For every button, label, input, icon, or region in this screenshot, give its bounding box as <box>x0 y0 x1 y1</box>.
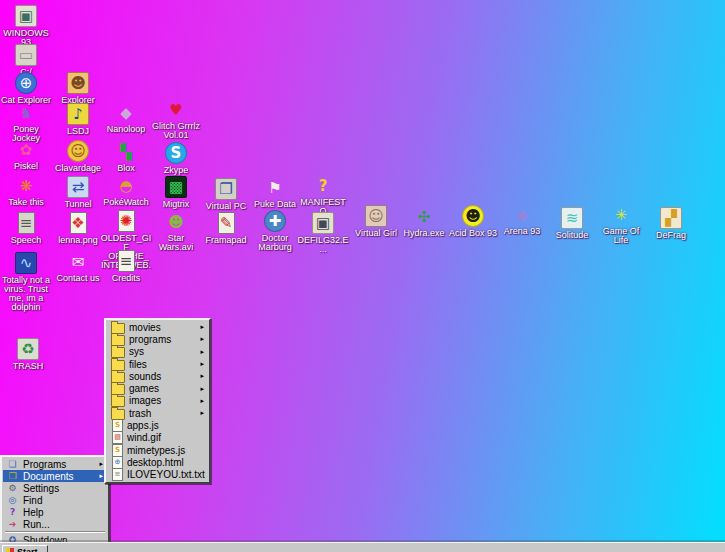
desktop-icon-label: Credits <box>112 274 141 283</box>
desktop-icon-hydra-exe[interactable]: ✣Hydra.exe <box>398 207 450 238</box>
documents-submenu-item-sounds[interactable]: sounds▸ <box>107 370 208 382</box>
desktop-icon-game-of-life[interactable]: ✳Game Of Life <box>595 205 647 245</box>
submenu-arrow-icon: ▸ <box>200 409 205 417</box>
desktop-icon-acid-box-93[interactable]: ☻Acid Box 93 <box>447 205 499 238</box>
desktop-icon-credits[interactable]: ≡Credits <box>100 250 152 283</box>
desktop-icon-virtual-pc[interactable]: ❐Virtual PC <box>200 178 252 211</box>
cube-icon: ◆ <box>512 205 532 225</box>
desktop-icon-windows-93[interactable]: ▣WINDOWS 93 <box>0 5 52 47</box>
desktop-icon-poney-jockey[interactable]: ♞Poney Jockey <box>0 103 52 143</box>
submenu-arrow-icon: ▸ <box>200 348 205 356</box>
desktop-icon-trash[interactable]: ♻TRASH <box>2 338 54 371</box>
documents-submenu: movies▸programs▸sys▸files▸sounds▸games▸i… <box>104 318 211 484</box>
start-button[interactable]: Start <box>2 545 48 552</box>
folder-icon <box>111 409 125 420</box>
credits-icon: ≡ <box>118 250 135 272</box>
documents-submenu-item-trash[interactable]: trash▸ <box>107 407 208 419</box>
menu-item-label: games <box>129 383 196 394</box>
programs-icon: ❏ <box>6 459 19 470</box>
desktop-icon-label: Contact us <box>56 274 99 283</box>
desktop-icon-tunnel[interactable]: ⇄Tunnel <box>52 176 104 209</box>
desktop-icon-cat-explorer[interactable]: ⊕Cat Explorer <box>0 72 52 105</box>
menu-item-label: Help <box>23 507 104 518</box>
documents-submenu-item-iloveyou-txt-txt[interactable]: ≡ILOVEYOU.txt.txt <box>107 469 208 481</box>
desktop-icon-label: Speech <box>11 236 42 245</box>
jar-icon: ≋ <box>561 207 583 229</box>
desktop-icon-zkype[interactable]: SZkype <box>150 142 202 175</box>
desktop-icon-label: Acid Box 93 <box>449 229 497 238</box>
menu-item-label: Find <box>23 495 104 506</box>
dragon-icon: ✣ <box>414 207 434 227</box>
desktop-icon-contact-us[interactable]: ✉Contact us <box>52 252 104 283</box>
start-menu-item-help[interactable]: ?Help <box>3 506 107 518</box>
defrag-icon: ▞ <box>660 207 682 229</box>
desktop-icon-label: Take this <box>8 198 44 207</box>
desktop-icon-defilg32-e[interactable]: ▣DEFILG32.E... <box>297 212 349 254</box>
start-menu-item-find[interactable]: ◎Find <box>3 494 107 506</box>
desktop-icon-nanoloop[interactable]: ◆Nanoloop <box>100 103 152 134</box>
submenu-arrow-icon: ▸ <box>200 335 205 343</box>
desktop-icon-glitch-grrrlz-vol-01[interactable]: ♥Glitch Grrrlz Vol.01 <box>150 100 202 140</box>
desktop-icon-pok-watch[interactable]: ◓PokéWatch <box>100 176 152 207</box>
menu-item-label: sys <box>129 346 196 357</box>
desktop-icon-arena-93[interactable]: ◆Arena 93 <box>496 205 548 236</box>
desktop-icon-piskel[interactable]: ✿Piskel <box>0 140 52 171</box>
desktop-icon-lenna-png[interactable]: ❖lenna.png <box>52 212 104 245</box>
speech-icon: ≡ <box>18 212 35 234</box>
documents-submenu-item-movies[interactable]: movies▸ <box>107 321 208 333</box>
start-menu-item-documents[interactable]: ❒Documents▸ <box>3 470 107 482</box>
desktop-icon-defrag[interactable]: ▞DeFrag <box>645 207 697 240</box>
start-menu-item-programs[interactable]: ❏Programs▸ <box>3 458 107 470</box>
desktop-icon-label: Hydra.exe <box>403 229 444 238</box>
desktop-icon-take-this[interactable]: ❋Take this <box>0 176 52 207</box>
desktop-icon-doctor-marburg[interactable]: ✚Doctor Marburg <box>249 210 301 252</box>
desktop-icon-label: lenna.png <box>58 236 98 245</box>
desktop-icon-framapad[interactable]: ✎Framapad <box>200 212 252 245</box>
pony-icon: ♞ <box>16 103 36 123</box>
desktop-icon-lsdj[interactable]: ♪LSDJ <box>52 103 104 136</box>
run-icon: ➜ <box>6 519 19 530</box>
documents-submenu-item-files[interactable]: files▸ <box>107 358 208 370</box>
desktop-icon-totally-not-a-virus-trust-me-im-a-dolphin[interactable]: ∿Totally not a virus. Trust me, im a dol… <box>0 252 52 312</box>
desktop-icon-solitude[interactable]: ≋Solitude <box>546 207 598 240</box>
gif-doc-icon: ✺ <box>118 210 135 232</box>
start-menu-item-run[interactable]: ➜Run... <box>3 518 107 530</box>
desktop-icon-speech[interactable]: ≡Speech <box>0 212 52 245</box>
start-menu: ❏Programs▸❒Documents▸⚙Settings◎Find?Help… <box>0 455 110 549</box>
smiley-icon: ☻ <box>462 205 484 227</box>
documents-submenu-item-mimetypes-js[interactable]: Smimetypes.js <box>107 444 208 456</box>
submenu-arrow-icon: ▸ <box>200 372 205 380</box>
documents-submenu-item-games[interactable]: games▸ <box>107 382 208 394</box>
desktop-icon-clavardage[interactable]: ☺Clavardage <box>52 140 104 173</box>
submenu-arrow-icon: ▸ <box>200 360 205 368</box>
desktop-icon-star-wars-avi[interactable]: ☻Star Wars.avi <box>150 212 202 252</box>
chat-icon: ☺ <box>67 140 89 162</box>
dolphin-icon: ∿ <box>15 252 37 274</box>
desktop-icon-label: Doctor Marburg <box>249 234 301 252</box>
desktop-icon-migtrix[interactable]: ▩Migtrix <box>150 176 202 209</box>
desktop-icon-label: Blox <box>117 164 135 173</box>
menu-item-label: programs <box>129 334 196 345</box>
desktop-icon-label: Game Of Life <box>595 227 647 245</box>
documents-submenu-item-desktop-html[interactable]: ⊕desktop.html <box>107 456 208 468</box>
documents-submenu-item-programs[interactable]: programs▸ <box>107 333 208 345</box>
desktop-icon-blox[interactable]: ▚Blox <box>100 142 152 173</box>
desktop-icon-virtual-girl[interactable]: ☺Virtual Girl <box>350 205 402 238</box>
submenu-arrow-icon: ▸ <box>200 385 205 393</box>
documents-icon: ❒ <box>6 471 19 482</box>
documents-submenu-item-wind-gif[interactable]: ▨wind.gif <box>107 432 208 444</box>
desktop-icon-label: Glitch Grrrlz Vol.01 <box>150 122 202 140</box>
documents-submenu-item-apps-js[interactable]: Sapps.js <box>107 419 208 431</box>
documents-submenu-item-images[interactable]: images▸ <box>107 395 208 407</box>
yoda-icon: ☻ <box>166 212 186 232</box>
computer-icon: ▣ <box>15 5 37 27</box>
desktop-icon-manifesto[interactable]: ?MANIFESTO <box>297 176 349 216</box>
documents-submenu-item-sys[interactable]: sys▸ <box>107 346 208 358</box>
desktop-icon-explorer[interactable]: ☻Explorer <box>52 72 104 105</box>
desktop-icon-label: PokéWatch <box>103 198 149 207</box>
windows-logo-icon <box>6 548 14 552</box>
start-menu-item-settings[interactable]: ⚙Settings <box>3 482 107 494</box>
desktop[interactable]: ▣WINDOWS 93▭C:/⊕Cat Explorer☻Explorer♞Po… <box>0 0 725 552</box>
desktop-icon-puke-data[interactable]: ⚑Puke Data <box>249 178 301 209</box>
menu-item-label: mimetypes.js <box>127 445 205 456</box>
